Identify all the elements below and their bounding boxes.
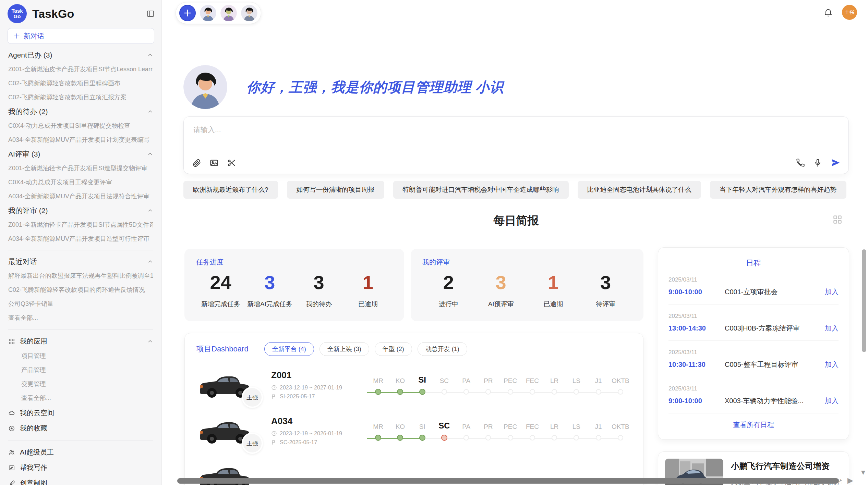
sidebar-item-favorites[interactable]: 我的收藏: [8, 421, 153, 436]
milestone: J1: [588, 420, 610, 441]
milestone-label: KO: [396, 420, 405, 431]
project-row[interactable]: 王强 A034 2023-12-19 ~ 2026-01-19 SC-2025-…: [196, 413, 631, 448]
app-logo: Task Go: [8, 4, 27, 23]
suggestion-chips: 欧洲新规最近颁布了什么? 如何写一份清晰的项目周报 特朗普可能对进口汽车增税会对…: [183, 181, 846, 199]
view-all-chats-link[interactable]: 查看全部...: [8, 311, 153, 325]
milestone: FEC: [521, 420, 543, 441]
logo-text-top: Task: [11, 8, 23, 14]
sidebar-item[interactable]: Z001-全新燃油皮卡产品开发项目SI节点Lesson Learn报告: [8, 62, 153, 76]
milestone: PEC: [499, 374, 521, 395]
recent-chat-item[interactable]: 解释最新出台的欧盟报废车法规再生塑料比例被调至15%...: [8, 269, 153, 283]
tab-new-body[interactable]: 全新上装 (3): [320, 342, 369, 356]
milestone-dot: [463, 435, 469, 440]
sidebar-toggle-icon[interactable]: [146, 10, 155, 18]
suggestion-chip[interactable]: 如何写一份清晰的项目周报: [287, 181, 384, 199]
chat-input[interactable]: [184, 117, 848, 148]
section-title: 最近对话: [8, 257, 37, 266]
chevron-up-icon[interactable]: [147, 109, 153, 115]
scroll-right-arrow[interactable]: ▶: [847, 476, 853, 485]
send-icon[interactable]: [831, 158, 840, 167]
view-all-apps-link[interactable]: 查看全部...: [8, 391, 153, 405]
sidebar-item[interactable]: C02-飞腾新能源轻客改款项目里程碑画布: [8, 76, 153, 90]
stat-value: 3: [245, 270, 294, 295]
sidebar-item[interactable]: A034-全新新能源MUV产品开发项目造型可行性评审: [8, 232, 153, 246]
sidebar-item-my-apps[interactable]: 我的应用: [8, 334, 153, 349]
sidebar-item-creative-drawing[interactable]: 创意制图: [8, 475, 153, 485]
stat-value: 1: [527, 270, 580, 295]
sidebar-list: Agent已办 (3) Z001-全新燃油皮卡产品开发项目SI节点Lesson …: [0, 47, 161, 485]
join-link[interactable]: 加入: [825, 360, 839, 369]
app-item-project-mgmt[interactable]: 项目管理: [8, 349, 153, 363]
sidebar-item[interactable]: C02-飞腾新能源轻客改款项目立项汇报方案: [8, 90, 153, 104]
horizontal-scrollbar[interactable]: [177, 478, 839, 484]
user-avatar[interactable]: 王强: [842, 5, 857, 20]
app-item-product-mgmt[interactable]: 产品管理: [8, 363, 153, 377]
milestone-label: FEC: [526, 420, 539, 431]
app-item-change-mgmt[interactable]: 变更管理: [8, 377, 153, 391]
suggestion-chip[interactable]: 比亚迪全固态电池计划具体说了什么: [578, 181, 701, 199]
cloud-icon: [8, 410, 15, 416]
scroll-down-arrow[interactable]: ▼: [860, 469, 867, 476]
assistant-avatar[interactable]: [241, 5, 257, 21]
vertical-scrollbar[interactable]: [862, 249, 866, 352]
sidebar-section-recent-chats[interactable]: 最近对话: [8, 254, 153, 269]
milestone-label: J1: [595, 420, 602, 431]
join-link[interactable]: 加入: [825, 287, 839, 297]
tab-year-model[interactable]: 年型 (2): [375, 342, 412, 356]
suggestion-chip[interactable]: 特朗普可能对进口汽车增税会对中国车企造成哪些影响: [393, 181, 569, 199]
milestone-label: SC: [440, 374, 449, 385]
chevron-up-icon[interactable]: [147, 52, 153, 58]
sidebar-item[interactable]: Z001-全新燃油轻卡产品开发项目SI节点属性5D文件评审: [8, 218, 153, 232]
sidebar-item-cloud-space[interactable]: 我的云空间: [8, 405, 153, 421]
schedule-date: 2025/03/11: [668, 385, 839, 392]
recent-chat-item[interactable]: 公司Q3轻卡销量: [8, 297, 153, 311]
stat-value: 3: [579, 270, 632, 295]
assistant-avatar[interactable]: [220, 5, 237, 21]
dashboard-header: 项目Dashboard 全新平台 (4) 全新上装 (3) 年型 (2) 动总开…: [196, 342, 631, 356]
bell-icon[interactable]: [823, 8, 833, 17]
paperclip-icon[interactable]: [192, 158, 201, 167]
tab-powertrain[interactable]: 动总开发 (1): [418, 342, 467, 356]
layout-grid-icon[interactable]: [832, 214, 843, 225]
schedule-item: 2025/03/11 13:00-14:30C003|H0B-方案冻结评审加入: [668, 304, 839, 341]
recent-chat-item[interactable]: C02-飞腾新能源轻客改款项目的闭环通告反馈情况: [8, 283, 153, 297]
image-icon[interactable]: [209, 158, 219, 167]
join-link[interactable]: 加入: [825, 324, 839, 333]
project-owner-badge: 王强: [242, 433, 263, 454]
sidebar-item[interactable]: Z001-全新燃油轻卡产品开发项目SI造型提交物评审: [8, 161, 153, 175]
new-chat-button[interactable]: 新对话: [8, 28, 154, 44]
view-all-schedule-link[interactable]: 查看所有日程: [668, 413, 839, 436]
section-title: 我的待办 (2): [8, 107, 48, 116]
sidebar-item-help-me-write[interactable]: 帮我写作: [8, 460, 153, 475]
sidebar-item[interactable]: C0X4-动力总成开发项目工程变更评审: [8, 175, 153, 189]
chevron-up-icon[interactable]: [147, 151, 153, 157]
project-car-image: 王强: [196, 368, 255, 402]
new-chat-label: 新对话: [24, 32, 44, 41]
scissors-icon[interactable]: [227, 158, 236, 167]
milestone-label: OKTB: [612, 374, 629, 385]
assistant-avatar[interactable]: [200, 5, 216, 21]
stat-label: 待评审: [579, 300, 632, 309]
tab-all-new-platform[interactable]: 全新平台 (4): [264, 342, 314, 356]
sidebar-section-my-review[interactable]: 我的评审 (2): [8, 203, 153, 218]
suggestion-chip[interactable]: 欧洲新规最近颁布了什么?: [183, 181, 278, 199]
join-link[interactable]: 加入: [825, 396, 839, 406]
sidebar-item[interactable]: C0X4-动力总成开发项目SI里程碑提交物检查: [8, 119, 153, 133]
sidebar-item[interactable]: A034-全新新能源MUV产品开发项目法规符合性评审: [8, 189, 153, 203]
mic-icon[interactable]: [813, 158, 822, 167]
sidebar-section-ai-review[interactable]: AI评审 (3): [8, 147, 153, 161]
add-assistant-button[interactable]: [179, 5, 196, 21]
greeting: 你好，王强，我是你的项目管理助理 小识: [183, 65, 504, 109]
sidebar-section-my-todo[interactable]: 我的待办 (2): [8, 104, 153, 119]
project-row[interactable]: 王强 Z001 2023-12-19 ~ 2027-01-19 SI-2025-…: [196, 368, 631, 402]
dashboard-title: 项目Dashboard: [196, 344, 249, 354]
chevron-up-icon[interactable]: [147, 259, 153, 265]
milestone-label: PR: [484, 374, 493, 385]
chevron-up-icon[interactable]: [147, 338, 153, 345]
phone-icon[interactable]: [796, 158, 805, 167]
sidebar-item[interactable]: A034-全新新能源MUV产品开发项目计划变更表编写: [8, 133, 153, 147]
sidebar-item-ai-super-staff[interactable]: AI超级员工: [8, 445, 153, 460]
suggestion-chip[interactable]: 当下年轻人对汽车外观有怎样的喜好趋势: [710, 181, 846, 199]
chevron-up-icon[interactable]: [147, 208, 153, 214]
sidebar-section-agent-done[interactable]: Agent已办 (3): [8, 48, 153, 62]
